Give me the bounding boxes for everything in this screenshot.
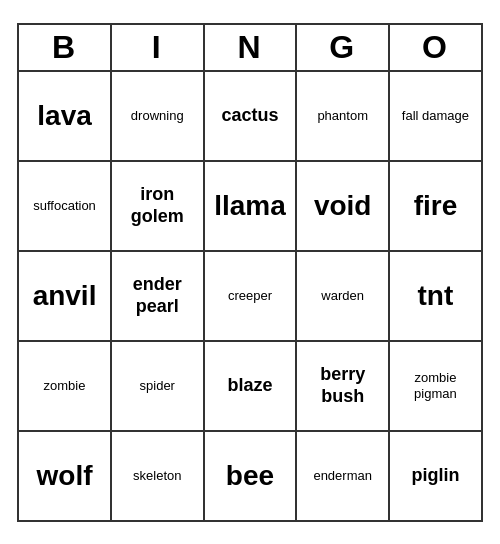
- grid-cell-3-3: berry bush: [296, 341, 389, 431]
- grid-cell-4-3: enderman: [296, 431, 389, 521]
- bingo-grid: BINGO lavadrowningcactusphantomfall dama…: [17, 23, 483, 522]
- grid-cell-4-0: wolf: [18, 431, 111, 521]
- grid-cell-1-0: suffocation: [18, 161, 111, 251]
- grid-row-0: lavadrowningcactusphantomfall damage: [18, 71, 482, 161]
- grid-cell-0-1: drowning: [111, 71, 204, 161]
- grid-cell-1-2: llama: [204, 161, 297, 251]
- grid-cell-1-4: fire: [389, 161, 482, 251]
- header-letter-b: B: [18, 24, 111, 71]
- grid-cell-1-1: iron golem: [111, 161, 204, 251]
- grid-cell-0-3: phantom: [296, 71, 389, 161]
- grid-cell-1-3: void: [296, 161, 389, 251]
- header-letter-g: G: [296, 24, 389, 71]
- grid-cell-3-2: blaze: [204, 341, 297, 431]
- grid-cell-2-4: tnt: [389, 251, 482, 341]
- header-letter-n: N: [204, 24, 297, 71]
- grid-cell-2-3: warden: [296, 251, 389, 341]
- grid-cell-2-1: ender pearl: [111, 251, 204, 341]
- grid-cell-3-1: spider: [111, 341, 204, 431]
- grid-cell-3-0: zombie: [18, 341, 111, 431]
- grid-row-3: zombiespiderblazeberry bushzombie pigman: [18, 341, 482, 431]
- grid-row-2: anvilender pearlcreeperwardentnt: [18, 251, 482, 341]
- grid-cell-4-4: piglin: [389, 431, 482, 521]
- grid-cell-4-1: skeleton: [111, 431, 204, 521]
- grid-cell-0-4: fall damage: [389, 71, 482, 161]
- header-letter-i: I: [111, 24, 204, 71]
- header-row: BINGO: [18, 24, 482, 71]
- grid-cell-4-2: bee: [204, 431, 297, 521]
- grid-cell-2-2: creeper: [204, 251, 297, 341]
- grid-cell-0-0: lava: [18, 71, 111, 161]
- grid-row-4: wolfskeletonbeeendermanpiglin: [18, 431, 482, 521]
- grid-cell-2-0: anvil: [18, 251, 111, 341]
- grid-cell-3-4: zombie pigman: [389, 341, 482, 431]
- grid-cell-0-2: cactus: [204, 71, 297, 161]
- grid-row-1: suffocationiron golemllamavoidfire: [18, 161, 482, 251]
- header-letter-o: O: [389, 24, 482, 71]
